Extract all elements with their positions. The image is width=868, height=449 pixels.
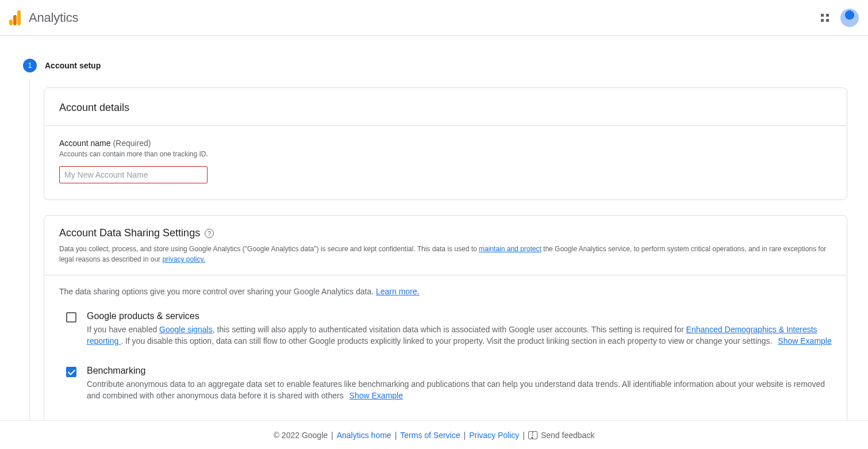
- analytics-logo-icon: [9, 10, 21, 25]
- google-signals-link[interactable]: Google signals: [159, 325, 213, 334]
- header-right: [820, 9, 859, 27]
- option-description: If you have enabled Google signals, this…: [87, 324, 832, 347]
- show-example-link[interactable]: Show Example: [778, 336, 831, 346]
- step-number-badge: 1: [23, 59, 37, 72]
- account-name-label: Account name (Required): [59, 139, 832, 148]
- checkbox-benchmarking[interactable]: [66, 367, 76, 377]
- page-footer: © 2022 Google | Analytics home | Terms o…: [0, 420, 868, 449]
- feedback-icon: [528, 431, 537, 439]
- option-description: Contribute anonymous data to an aggregat…: [87, 378, 832, 402]
- terms-of-service-link[interactable]: Terms of Service: [400, 431, 460, 440]
- account-avatar[interactable]: [840, 9, 859, 27]
- option-title: Benchmarking: [87, 366, 832, 376]
- option-title: Google products & services: [87, 311, 832, 321]
- analytics-home-link[interactable]: Analytics home: [337, 431, 391, 440]
- help-icon[interactable]: ?: [205, 229, 214, 238]
- maintain-protect-link[interactable]: maintain and protect: [479, 245, 541, 253]
- show-example-link[interactable]: Show Example: [349, 391, 403, 400]
- main-content: 1 Account setup Account details Account …: [0, 36, 868, 449]
- apps-grid-icon[interactable]: [820, 13, 830, 23]
- account-details-title: Account details: [59, 102, 832, 114]
- learn-more-link[interactable]: Learn more.: [376, 287, 419, 296]
- account-name-hint: Accounts can contain more than one track…: [59, 150, 832, 158]
- app-header: Analytics: [0, 0, 868, 36]
- product-name: Analytics: [29, 10, 78, 25]
- option-google-products: Google products & services If you have e…: [59, 311, 832, 347]
- data-sharing-description: Data you collect, process, and store usi…: [59, 244, 832, 264]
- checkbox-google-products[interactable]: [66, 312, 76, 323]
- account-details-card: Account details Account name (Required) …: [44, 87, 847, 200]
- send-feedback-button[interactable]: Send feedback: [528, 431, 594, 440]
- copyright: © 2022 Google: [274, 431, 328, 440]
- sharing-intro: The data sharing options give you more c…: [59, 287, 832, 296]
- privacy-policy-footer-link[interactable]: Privacy Policy: [469, 431, 519, 440]
- option-benchmarking: Benchmarking Contribute anonymous data t…: [59, 366, 832, 402]
- account-name-input[interactable]: [59, 166, 208, 183]
- privacy-policy-link[interactable]: privacy policy.: [162, 255, 205, 263]
- stepper-step-1: 1 Account setup: [23, 59, 847, 72]
- data-sharing-title: Account Data Sharing Settings: [59, 227, 200, 239]
- header-left: Analytics: [9, 10, 78, 25]
- step-title: Account setup: [45, 61, 101, 70]
- data-sharing-card: Account Data Sharing Settings ? Data you…: [44, 215, 847, 449]
